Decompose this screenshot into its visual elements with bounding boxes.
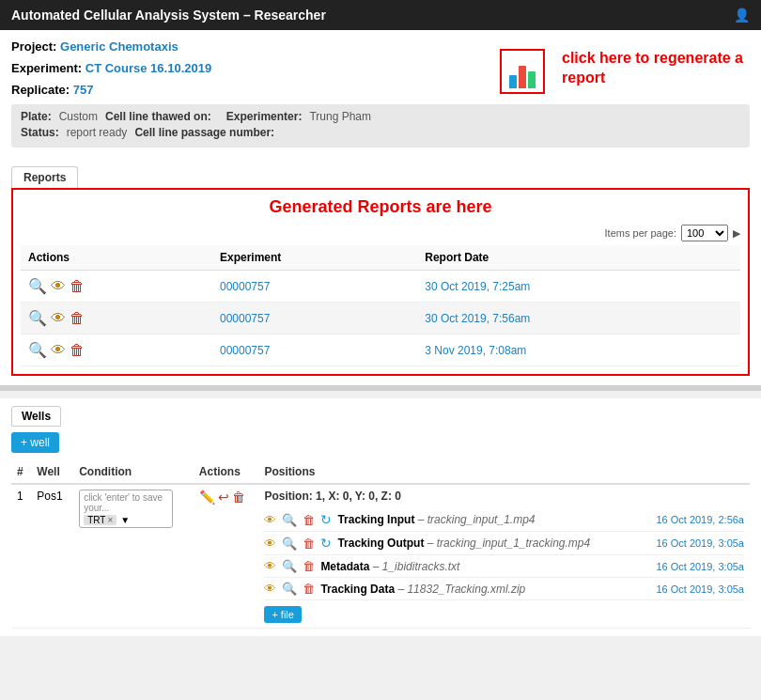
- col-well: Well: [31, 460, 73, 484]
- file-date: 16 Oct 2019, 3:05a: [656, 561, 744, 572]
- col-actions: Actions: [21, 245, 212, 271]
- file-name: Tracking Data – 11832_Tracking.xml.zip: [320, 583, 525, 596]
- condition-tag: TRT ×: [84, 515, 116, 525]
- table-row: 🔍 👁 🗑 000007573 Nov 2019, 7:08am: [21, 334, 740, 366]
- add-well-button[interactable]: + well: [11, 432, 59, 453]
- trash-icon[interactable]: 🗑: [303, 513, 315, 527]
- eye-icon[interactable]: 👁: [264, 513, 276, 527]
- table-row: 🔍 👁 🗑 0000075730 Oct 2019, 7:56am: [21, 303, 740, 334]
- tag-row: TRT × ▼: [84, 515, 168, 525]
- tag-remove[interactable]: ×: [107, 515, 113, 525]
- eye-icon[interactable]: 👁: [264, 582, 276, 596]
- file-date: 16 Oct 2019, 2:56a: [656, 514, 744, 525]
- search-icon[interactable]: 🔍: [28, 341, 47, 359]
- user-icon: 👤: [734, 8, 750, 23]
- date-cell: 3 Nov 2019, 7:08am: [417, 334, 740, 366]
- well-action-icons: ✏️ ↩ 🗑: [199, 490, 254, 505]
- trash-icon[interactable]: 🗑: [70, 310, 85, 327]
- file-row: 👁 🔍 🗑 Metadata – 1_ibiditracks.txt 16 Oc…: [264, 555, 744, 578]
- experiment-cell: 00000757: [212, 271, 417, 303]
- refresh-icon[interactable]: ↻: [320, 536, 332, 551]
- trash-icon[interactable]: 🗑: [303, 582, 315, 596]
- experiment-line: Experiment: CT Course 16.10.2019: [11, 61, 211, 75]
- date-link[interactable]: 30 Oct 2019, 7:56am: [425, 312, 530, 325]
- status-label: Status:: [21, 126, 59, 139]
- action-icons: 🔍 👁 🗑: [28, 309, 205, 327]
- regenerate-report-button[interactable]: [500, 49, 545, 94]
- items-per-page-select[interactable]: 100 25 50: [681, 225, 728, 241]
- project-line: Project: Generic Chemotaxis: [11, 39, 211, 54]
- plate-row2: Status: report ready Cell line passage n…: [21, 126, 740, 139]
- reports-section: Generated Reports are here Items per pag…: [11, 188, 750, 376]
- file-date: 16 Oct 2019, 3:05a: [656, 583, 744, 595]
- tooltip-area: click here to regenerate a report: [500, 49, 750, 94]
- experiment-link[interactable]: 00000757: [220, 312, 270, 325]
- positions-panel: Position: 1, X: 0, Y: 0, Z: 0 👁 🔍 🗑 ↻ Tr…: [264, 490, 744, 623]
- app-header: Automated Cellular Analysis System – Res…: [0, 0, 761, 30]
- search-icon[interactable]: 🔍: [28, 277, 47, 295]
- chart-icon: [505, 54, 539, 88]
- date-cell: 30 Oct 2019, 7:56am: [417, 303, 740, 334]
- file-name: Tracking Input – tracking_input_1.mp4: [337, 513, 535, 526]
- file-name: Tracking Output – tracking_input_1_track…: [337, 537, 590, 550]
- wells-table-head: # Well Condition Actions Positions: [11, 460, 750, 484]
- trash-icon[interactable]: 🗑: [303, 559, 315, 573]
- action-icons: 🔍 👁 🗑: [28, 277, 205, 295]
- eye-icon[interactable]: 👁: [51, 310, 66, 327]
- reports-tab[interactable]: Reports: [11, 166, 78, 188]
- table-row: 1 Pos1 click 'enter' to save your... TRT…: [11, 484, 750, 629]
- file-subname: – tracking_input_1.mp4: [418, 513, 536, 526]
- file-rows: 👁 🔍 🗑 ↻ Tracking Input – tracking_input_…: [264, 508, 744, 600]
- row-positions: Position: 1, X: 0, Y: 0, Z: 0 👁 🔍 🗑 ↻ Tr…: [258, 484, 750, 629]
- wells-table: # Well Condition Actions Positions 1 Pos…: [11, 460, 750, 629]
- undo-icon[interactable]: ↩: [218, 490, 229, 505]
- eye-icon[interactable]: 👁: [51, 278, 66, 295]
- refresh-icon[interactable]: ↻: [320, 512, 332, 527]
- file-name: Metadata – 1_ibiditracks.txt: [320, 560, 459, 573]
- row-num: 1: [11, 484, 31, 629]
- add-file-button[interactable]: + file: [264, 606, 302, 623]
- pos-title: Position: 1, X: 0, Y: 0, Z: 0: [264, 490, 744, 503]
- experimenter-label: Experimenter:: [226, 110, 303, 123]
- plate-info-block: Plate: Custom Cell line thawed on: Exper…: [11, 104, 750, 148]
- top-area: Project: Generic Chemotaxis Experiment: …: [11, 39, 750, 104]
- experimenter-val: Trung Pham: [309, 110, 371, 123]
- col-condition: Condition: [73, 460, 194, 484]
- trash-icon[interactable]: 🗑: [70, 342, 85, 359]
- plate-row1: Plate: Custom Cell line thawed on: Exper…: [21, 110, 740, 123]
- search-icon[interactable]: 🔍: [282, 513, 297, 527]
- col-experiment: Experiment: [212, 245, 417, 271]
- report-actions-cell: 🔍 👁 🗑: [21, 303, 212, 334]
- eye-icon[interactable]: 👁: [264, 537, 276, 551]
- edit-icon[interactable]: ✏️: [199, 490, 215, 505]
- dropdown-arrow[interactable]: ▼: [120, 515, 130, 525]
- search-icon[interactable]: 🔍: [282, 537, 297, 551]
- wells-tab[interactable]: Wells: [11, 406, 61, 427]
- items-per-page-row: Items per page: 100 25 50 ▶: [21, 225, 740, 241]
- pagination-arrow[interactable]: ▶: [733, 227, 740, 240]
- file-subname: – 1_ibiditracks.txt: [373, 560, 460, 573]
- project-name: Generic Chemotaxis: [60, 39, 179, 54]
- date-link[interactable]: 30 Oct 2019, 7:25am: [425, 280, 530, 293]
- search-icon[interactable]: 🔍: [282, 559, 297, 573]
- date-cell: 30 Oct 2019, 7:25am: [417, 271, 740, 303]
- search-icon[interactable]: 🔍: [28, 309, 47, 327]
- wells-table-body: 1 Pos1 click 'enter' to save your... TRT…: [11, 484, 750, 629]
- delete-icon[interactable]: 🗑: [232, 490, 245, 505]
- condition-input[interactable]: click 'enter' to save your... TRT × ▼: [79, 490, 173, 528]
- trash-icon[interactable]: 🗑: [303, 537, 315, 551]
- experiment-link[interactable]: 00000757: [220, 344, 270, 357]
- tag-label: TRT: [87, 515, 105, 525]
- trash-icon[interactable]: 🗑: [70, 278, 85, 295]
- report-actions-cell: 🔍 👁 🗑: [21, 271, 212, 303]
- col-positions: Positions: [258, 460, 750, 484]
- passage-label: Cell line passage number:: [134, 126, 274, 139]
- items-per-page-label: Items per page:: [605, 227, 676, 239]
- eye-icon[interactable]: 👁: [51, 342, 66, 359]
- date-link[interactable]: 3 Nov 2019, 7:08am: [425, 344, 526, 357]
- bar1: [509, 75, 517, 88]
- search-icon[interactable]: 🔍: [282, 582, 297, 596]
- col-actions: Actions: [194, 460, 259, 484]
- eye-icon[interactable]: 👁: [264, 559, 276, 573]
- experiment-link[interactable]: 00000757: [220, 280, 270, 293]
